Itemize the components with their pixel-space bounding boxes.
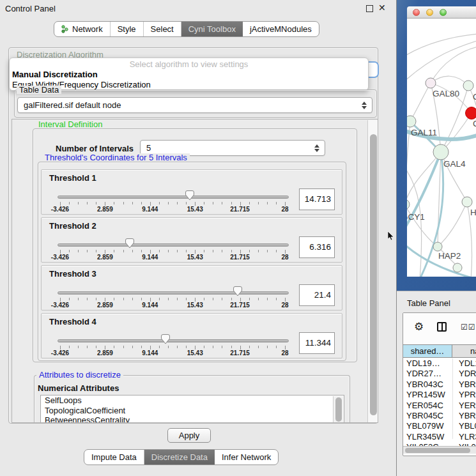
tab-cyni-toolbox[interactable]: Cyni Toolbox — [181, 22, 243, 36]
slider-tick — [267, 298, 268, 300]
slider-thumb-icon[interactable] — [185, 190, 195, 201]
network-edge[interactable] — [410, 83, 431, 121]
select-columns-icon[interactable]: ☑☑ — [461, 323, 476, 332]
node-label: GAL4 — [443, 159, 466, 169]
list-item[interactable]: SelfLoops — [41, 395, 344, 406]
zoom-traffic-light-icon[interactable] — [440, 9, 447, 16]
column-header-name[interactable]: na — [470, 345, 476, 357]
threshold-slider[interactable]: -3.4262.8599.14415.4321.71528 — [58, 218, 289, 263]
slider-thumb-icon[interactable] — [160, 334, 171, 344]
network-node[interactable] — [426, 78, 436, 88]
threshold-value-field[interactable]: 21.4 — [299, 284, 335, 306]
close-traffic-light-icon[interactable] — [413, 9, 420, 16]
float-window-icon[interactable] — [366, 5, 373, 12]
apply-button[interactable]: Apply — [167, 428, 211, 443]
slider-track[interactable] — [58, 243, 289, 247]
scrollbar-thumb[interactable] — [405, 448, 470, 453]
network-edge[interactable] — [431, 76, 468, 86]
slider-tick — [258, 250, 259, 252]
cell-name: YPR1 — [459, 390, 476, 400]
network-edge[interactable] — [431, 47, 476, 83]
slider-tick — [159, 298, 160, 300]
slider-tick-label: 28 — [281, 206, 288, 213]
slider-thumb-icon[interactable] — [233, 286, 243, 296]
list-scrollbar[interactable] — [333, 396, 343, 423]
slider-tick — [249, 250, 250, 252]
scrollbar-thumb[interactable] — [335, 397, 342, 422]
network-node[interactable] — [407, 116, 416, 127]
cell-shared-name: YPR145W — [406, 390, 445, 400]
node-label: C — [473, 119, 476, 128]
tab-select[interactable]: Select — [144, 22, 181, 36]
threshold-value-field[interactable]: 11.344 — [299, 332, 335, 354]
network-node[interactable] — [463, 81, 473, 91]
slider-tick — [213, 346, 213, 348]
network-edge[interactable] — [438, 152, 441, 247]
tab-jactivemnodules[interactable]: jActiveMNodules — [243, 22, 319, 36]
table-row[interactable]: YBR043CYBR0 — [403, 380, 476, 390]
dropdown-option-equal-width[interactable]: Equal Width/Frequency Discretization — [12, 80, 365, 90]
control-panel-tabbar: NetworkStyleSelectCyni ToolboxjActiveMNo… — [54, 21, 319, 37]
threshold-slider[interactable]: -3.4262.8599.14415.4321.71528 — [58, 170, 289, 215]
numerical-attributes-list[interactable]: SelfLoopsTopologicalCoefficientBetweenne… — [40, 395, 344, 423]
number-of-intervals-value: 5 — [146, 143, 151, 153]
threshold-slider[interactable]: -3.4262.8599.14415.4321.71528 — [58, 266, 289, 311]
table-row[interactable]: YDL19…YDL1 — [403, 358, 476, 369]
slider-thumb-icon[interactable] — [125, 238, 135, 249]
slider-tick — [96, 250, 96, 252]
network-edge[interactable] — [407, 34, 476, 57]
tab-network[interactable]: Network — [54, 22, 111, 36]
table-row[interactable]: YER054CYER0 — [403, 401, 476, 411]
main-scrollbar[interactable] — [367, 120, 378, 423]
tab-impute-data[interactable]: Impute Data — [84, 450, 144, 464]
tab-discretize-data[interactable]: Discretize Data — [144, 450, 215, 464]
network-edge[interactable] — [407, 152, 441, 204]
list-item[interactable]: BetweennessCentrality — [41, 415, 344, 423]
table-row[interactable]: YPR145WYPR1 — [403, 390, 476, 400]
gear-icon[interactable]: ⚙ — [414, 321, 424, 332]
table-row[interactable]: YBL079WYBL0 — [403, 421, 476, 431]
slider-tick-label: 9.144 — [142, 302, 158, 309]
slider-track[interactable] — [58, 196, 289, 199]
threshold-value-field[interactable]: 14.713 — [299, 188, 335, 210]
slider-tick-label: 15.43 — [187, 302, 203, 309]
slider-tick — [204, 250, 204, 252]
slider-tick — [249, 202, 250, 204]
dropdown-option-manual[interactable]: Manual Discretization — [12, 70, 365, 80]
network-window-titlebar[interactable] — [407, 6, 476, 19]
table-row[interactable]: YLR345WYLR3 — [403, 432, 476, 442]
close-icon[interactable]: ✕ — [378, 3, 386, 13]
slider-track[interactable] — [58, 291, 289, 295]
threshold-slider[interactable]: -3.4262.8599.14415.4321.71528 — [58, 314, 289, 359]
mouse-cursor — [387, 231, 395, 242]
network-node[interactable] — [433, 144, 449, 160]
table-hscrollbar[interactable] — [403, 446, 476, 454]
threshold-panel: Threshold 4 -3.4262.8599.14415.4321.7152… — [41, 313, 342, 358]
scrollbar-thumb[interactable] — [370, 134, 377, 415]
network-canvas[interactable]: GAL80GACGAL11GAL4GCY1HHAP2 — [407, 19, 476, 277]
network-node[interactable] — [453, 263, 462, 272]
cell-shared-name: YDL19… — [406, 358, 440, 369]
network-edge[interactable] — [407, 204, 438, 247]
slider-tick — [213, 202, 213, 204]
table-data-combobox[interactable]: galFiltered.sif default node — [17, 97, 372, 113]
minimize-traffic-light-icon[interactable] — [426, 9, 433, 16]
tab-infer-network[interactable]: Infer Network — [215, 450, 278, 464]
table-row[interactable]: YBR045CYBR0 — [403, 411, 476, 421]
tab-style[interactable]: Style — [111, 22, 144, 36]
network-node[interactable] — [407, 199, 410, 210]
threshold-value-field[interactable]: 6.316 — [299, 236, 335, 258]
column-header-shared-name[interactable]: shared… — [403, 345, 452, 357]
slider-tick-label: 28 — [281, 302, 288, 309]
network-node[interactable] — [433, 242, 442, 251]
cell-shared-name: YBR043C — [406, 380, 443, 390]
network-edge[interactable] — [407, 40, 476, 82]
slider-track[interactable] — [58, 339, 289, 342]
table-row[interactable]: YDR27…YDR2 — [403, 369, 476, 379]
algorithm-dropdown-popup: Select algorithm to view settings Manual… — [9, 58, 369, 91]
slider-tick — [168, 298, 169, 300]
columns-icon[interactable] — [437, 322, 447, 332]
network-node[interactable] — [462, 197, 472, 207]
network-node[interactable] — [466, 107, 476, 119]
list-item[interactable]: TopologicalCoefficient — [41, 406, 344, 416]
